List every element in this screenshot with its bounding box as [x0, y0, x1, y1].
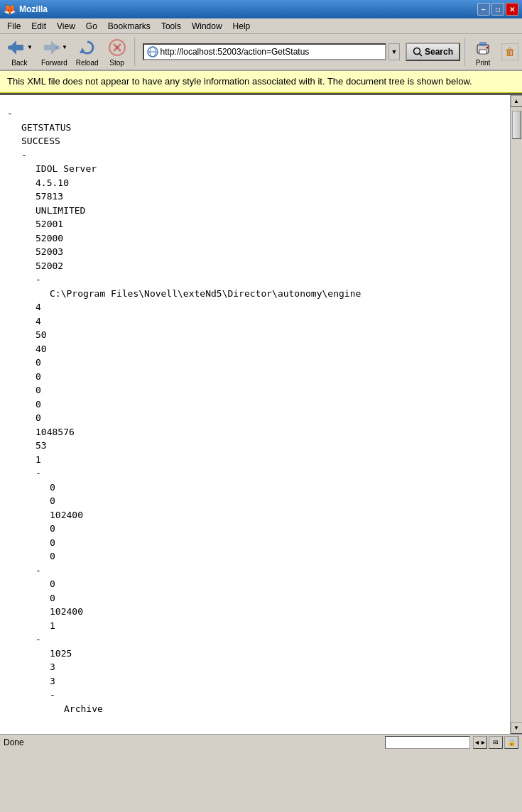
address-bar: ▼ — [140, 43, 403, 60]
xml-line: 53 — [7, 439, 503, 453]
xml-line: - — [7, 564, 503, 578]
toolbar-separator-2 — [464, 38, 466, 66]
xml-line: 52002 — [7, 259, 503, 273]
back-icon — [6, 38, 26, 57]
menu-help[interactable]: Help — [229, 21, 254, 32]
svg-rect-14 — [479, 42, 486, 46]
xml-line: 0 — [7, 591, 503, 605]
xml-line: 4.5.10 — [7, 176, 503, 190]
title-bar: 🦊 Mozilla − □ ✕ — [0, 0, 522, 18]
xml-line: Archive — [7, 702, 503, 716]
menu-go[interactable]: Go — [82, 21, 101, 32]
xml-line: 0 — [7, 549, 503, 564]
xml-line: 3 — [7, 674, 503, 688]
xml-line: 0 — [7, 411, 503, 425]
toolbar: ▼ Back ▼ Forward Reload — [0, 34, 522, 71]
menu-window[interactable]: Window — [188, 21, 226, 32]
stop-button[interactable]: Stop — [104, 36, 130, 68]
xml-line: 4 — [7, 314, 503, 329]
xml-line: 102400 — [7, 508, 503, 522]
xml-line: 1 — [7, 619, 503, 633]
xml-line: - — [7, 148, 503, 163]
forward-icon — [41, 38, 61, 57]
menu-view[interactable]: View — [53, 21, 79, 32]
menu-edit[interactable]: Edit — [28, 21, 50, 32]
menu-file[interactable]: File — [4, 21, 24, 32]
window-controls: − □ ✕ — [477, 3, 518, 16]
browser-main: - GETSTATUSSUCCESS- IDOL Server4.5.10578… — [0, 95, 522, 734]
status-nav-icon: ◄► — [473, 736, 487, 749]
reload-button[interactable]: Reload — [73, 36, 102, 68]
menu-bookmarks[interactable]: Bookmarks — [104, 21, 154, 32]
content-scroll: - GETSTATUSSUCCESS- IDOL Server4.5.10578… — [0, 95, 510, 734]
search-button[interactable]: Search — [406, 43, 460, 61]
status-search-box[interactable] — [385, 736, 470, 749]
stop-icon — [107, 38, 127, 57]
back-button[interactable]: ▼ Back — [4, 36, 36, 68]
menu-tools[interactable]: Tools — [158, 21, 185, 32]
print-label: Print — [476, 59, 491, 67]
xml-line: GETSTATUS — [7, 121, 503, 135]
xml-line: 52003 — [7, 245, 503, 259]
back-label: Back — [11, 59, 27, 67]
scroll-up-arrow[interactable]: ▲ — [511, 95, 523, 107]
xml-line: 0 — [7, 494, 503, 508]
reload-icon — [77, 38, 97, 57]
minimize-button[interactable]: − — [477, 3, 490, 16]
xml-line: 50 — [7, 328, 503, 342]
back-arrow: ▼ — [27, 44, 33, 50]
xml-line: - — [7, 632, 503, 647]
xml-line: 40 — [7, 342, 503, 356]
print-button[interactable]: Print — [470, 36, 496, 68]
xml-line: 0 — [7, 370, 503, 384]
svg-marker-4 — [80, 48, 85, 53]
stop-label: Stop — [109, 59, 124, 67]
xml-line: 0 — [7, 481, 503, 495]
info-bar: This XML file does not appear to have an… — [0, 71, 522, 93]
window-title: Mozilla — [19, 4, 48, 14]
address-input[interactable] — [161, 47, 382, 57]
forward-button[interactable]: ▼ Forward — [38, 36, 70, 68]
info-text: This XML file does not appear to have an… — [7, 76, 472, 87]
svg-rect-15 — [479, 50, 486, 54]
address-dropdown[interactable]: ▼ — [388, 43, 400, 60]
xml-line: 102400 — [7, 605, 503, 619]
xml-content: - GETSTATUSSUCCESS- IDOL Server4.5.10578… — [0, 95, 510, 734]
search-label: Search — [425, 47, 453, 57]
status-lock-icon: 🔒 — [504, 736, 518, 749]
menu-bar: File Edit View Go Bookmarks Tools Window… — [0, 18, 522, 34]
xml-line: 0 — [7, 536, 503, 550]
throbber: 🗑 — [501, 43, 518, 60]
maximize-button[interactable]: □ — [491, 3, 504, 16]
xml-line: 0 — [7, 577, 503, 591]
xml-line: 1025 — [7, 647, 503, 661]
svg-point-11 — [413, 48, 420, 55]
browser-logo: 🦊 — [4, 4, 16, 15]
print-icon — [473, 38, 493, 57]
svg-line-12 — [419, 54, 422, 57]
svg-point-1 — [8, 45, 12, 50]
scroll-thumb[interactable] — [512, 111, 521, 139]
address-container — [143, 43, 386, 60]
address-icon — [147, 46, 158, 57]
xml-line: 1 — [7, 453, 503, 467]
close-button[interactable]: ✕ — [506, 3, 518, 16]
xml-line: C:\Program Files\Novell\exteNd5\Director… — [7, 287, 503, 301]
search-icon — [413, 47, 423, 57]
xml-spacer — [7, 101, 503, 106]
xml-line: 0 — [7, 397, 503, 412]
scroll-down-arrow[interactable]: ▼ — [511, 722, 523, 734]
svg-text:🗑: 🗑 — [505, 46, 515, 57]
svg-point-3 — [55, 45, 60, 50]
xml-line: - — [7, 688, 503, 702]
xml-lines: - GETSTATUSSUCCESS- IDOL Server4.5.10578… — [7, 101, 503, 715]
xml-line: 52001 — [7, 217, 503, 231]
scroll-track — [511, 107, 522, 722]
reload-label: Reload — [76, 59, 99, 67]
scrollbar-vertical[interactable]: ▲ ▼ — [510, 95, 522, 734]
status-right: ◄► ✉ 🔒 — [385, 736, 518, 749]
status-text: Done — [4, 737, 24, 747]
xml-line: - — [7, 466, 503, 481]
xml-line: 0 — [7, 522, 503, 536]
forward-label: Forward — [41, 59, 67, 67]
